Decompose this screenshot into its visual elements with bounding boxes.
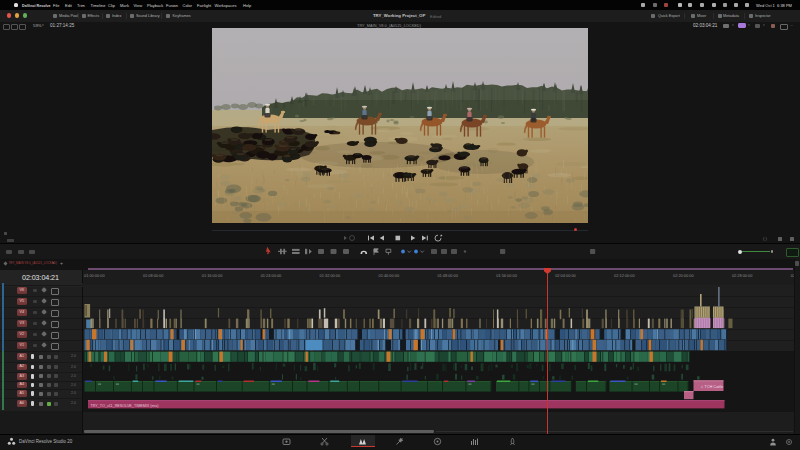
svg-text:TRY_TO_v11_RESOLVE_TIMEMIX (mi: TRY_TO_v11_RESOLVE_TIMEMIX (mix) bbox=[90, 404, 158, 408]
svg-text:♫ TCH Cattle: ♫ TCH Cattle bbox=[700, 385, 723, 389]
